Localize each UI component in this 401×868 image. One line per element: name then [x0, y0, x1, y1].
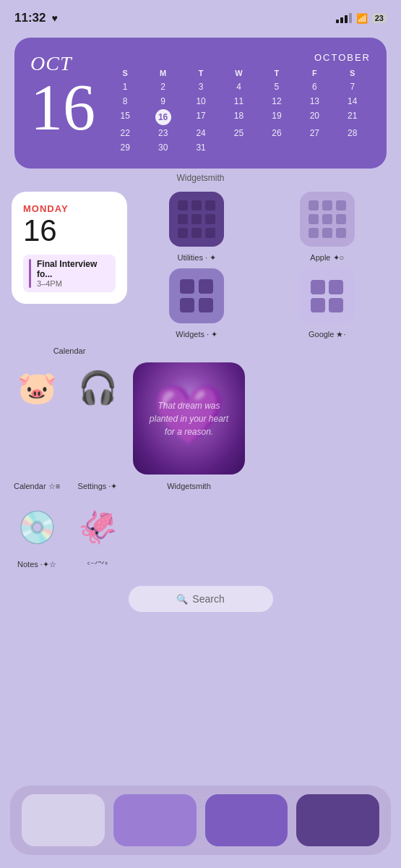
search-icon: 🔍	[176, 594, 188, 605]
calendar-alt-label: Calendar ☆≡	[14, 482, 60, 490]
cal-day-24: 24	[183, 127, 219, 140]
settings-emoji: 🎧	[78, 369, 118, 407]
crab-icon[interactable]: 🦑	[72, 502, 123, 553]
dock-slot-3[interactable]	[205, 794, 288, 846]
signal-bar-4	[349, 13, 352, 23]
calendar-app-label: Calendar	[53, 346, 86, 355]
cal-day: 16	[30, 75, 95, 140]
cal-day-25: 25	[220, 127, 256, 140]
right-apps-grid: Utilities · ✦ Apple ✦○	[134, 192, 389, 339]
calendar-widget[interactable]: OCT 16 OCTOBER S M T W T F S 1 2 3 4 5 6…	[14, 38, 387, 169]
settings-label: Settings ·✦	[78, 482, 118, 490]
cal-left: OCT 16	[30, 52, 95, 140]
cal-day-16-today: 16	[155, 109, 171, 125]
cal-day-27: 27	[296, 127, 332, 140]
cal-day-11: 11	[220, 95, 256, 108]
cal-day-13: 13	[296, 95, 332, 108]
a-dot-2	[322, 200, 332, 210]
notes-icon[interactable]: 💿	[12, 502, 62, 553]
cal-day-8: 8	[107, 95, 143, 108]
cal-day-19: 19	[259, 109, 295, 125]
cal-event-title: Final Interview fo...	[37, 259, 110, 279]
cal-day-12: 12	[259, 95, 295, 108]
calendar-small-icon[interactable]: 🐷	[12, 362, 62, 413]
widgetsmith-large-label-wrap: Widgetsmith	[133, 479, 245, 492]
app-row-2: 🐷 🎧 💜 That dream was planted in your hea…	[0, 359, 401, 477]
cal-header-t: T	[183, 67, 219, 79]
row1-bottom-labels: Calendar	[0, 339, 401, 359]
dock-slot-1[interactable]	[22, 794, 105, 846]
cal-year-label: OCTOBER	[107, 52, 371, 63]
utilities-app-cell: Utilities · ✦	[134, 192, 259, 263]
google-icon[interactable]	[300, 268, 355, 323]
a-dot-6	[336, 214, 346, 224]
calendar-app-widget[interactable]: MONDAY 16 Final Interview fo... 3–4PM	[12, 192, 127, 304]
widgets-app-cell: Widgets · ✦	[134, 268, 259, 339]
cal-day-empty1	[220, 141, 256, 154]
g-dot-2	[329, 280, 343, 294]
cal-event-info: Final Interview fo... 3–4PM	[37, 259, 110, 288]
ws-quote-text: That dream was planted in your heart for…	[133, 399, 245, 438]
cal-day-5: 5	[259, 80, 295, 93]
status-icons: 📶 23	[336, 13, 387, 24]
a-dot-4	[309, 214, 319, 224]
dot-1	[178, 200, 188, 210]
cal-day-empty2	[259, 141, 295, 154]
google-app-cell: Google ★·	[265, 268, 390, 339]
apple-icon[interactable]	[300, 192, 355, 247]
cal-header-f: F	[296, 67, 332, 79]
calendar-app-label-wrap: Calendar	[12, 344, 127, 357]
crab-wrap: 🦑	[72, 502, 123, 553]
crab-label-wrap: ᶜ⁻ᐟ˜ᐟˢ	[72, 557, 123, 570]
dot-6	[205, 214, 215, 224]
utilities-icon[interactable]	[169, 192, 224, 247]
cal-day-29: 29	[107, 141, 143, 154]
w-dot-2	[199, 279, 213, 294]
widgets-icon[interactable]	[169, 268, 224, 323]
cal-header-w: W	[220, 67, 256, 79]
heart-icon: ♥	[51, 12, 57, 24]
w-dot-4	[199, 298, 213, 312]
settings-icon[interactable]: 🎧	[72, 362, 123, 413]
cal-day-4: 4	[220, 80, 256, 93]
cal-day-empty3	[296, 141, 332, 154]
cal-day-28: 28	[335, 127, 371, 140]
cal-day-20: 20	[296, 109, 332, 125]
signal-bar-2	[340, 17, 343, 23]
settings-label-wrap: Settings ·✦	[72, 479, 123, 492]
cal-event-time: 3–4PM	[37, 279, 110, 288]
widgetsmith-large-widget[interactable]: 💜 That dream was planted in your heart f…	[133, 362, 245, 475]
wifi-icon: 📶	[356, 13, 368, 24]
dock-slot-4[interactable]	[296, 794, 379, 846]
cal-day-1: 1	[107, 80, 143, 93]
dock-slot-2[interactable]	[113, 794, 197, 846]
cal-day-9: 9	[145, 95, 181, 108]
cal-day-22: 22	[107, 127, 143, 140]
a-dot-1	[309, 200, 319, 210]
battery-icon: 23	[372, 13, 387, 23]
dot-4	[178, 214, 188, 224]
google-label: Google ★·	[309, 330, 346, 339]
dock	[10, 786, 391, 855]
app-row-1: MONDAY 16 Final Interview fo... 3–4PM	[0, 192, 401, 339]
w-dot-3	[180, 298, 194, 312]
cal-event-bar	[29, 259, 31, 288]
search-bar[interactable]: 🔍 Search	[129, 586, 273, 612]
notes-emoji: 💿	[17, 509, 57, 546]
google-dots	[299, 268, 355, 324]
a-dot-9	[336, 228, 346, 238]
notes-label-wrap: Notes ·✦☆	[12, 557, 62, 570]
apple-label: Apple ✦○	[310, 253, 344, 263]
w-dot-1	[180, 279, 194, 294]
notes-wrap: 💿	[12, 502, 62, 553]
cal-day-31: 31	[183, 141, 219, 154]
cal-day-10: 10	[183, 95, 219, 108]
row2-labels: Calendar ☆≡ Settings ·✦ Widgetsmith	[0, 477, 401, 493]
status-bar: 11:32 ♥ 📶 23	[0, 0, 401, 32]
widgetsmith-large-label: Widgetsmith	[167, 482, 211, 490]
ws-bg: 💜 That dream was planted in your heart f…	[133, 362, 245, 475]
crab-emoji: 🦑	[78, 509, 118, 546]
cal-day-26: 26	[259, 127, 295, 140]
cal-day-21: 21	[335, 109, 371, 125]
cal-day-17: 17	[183, 109, 219, 125]
